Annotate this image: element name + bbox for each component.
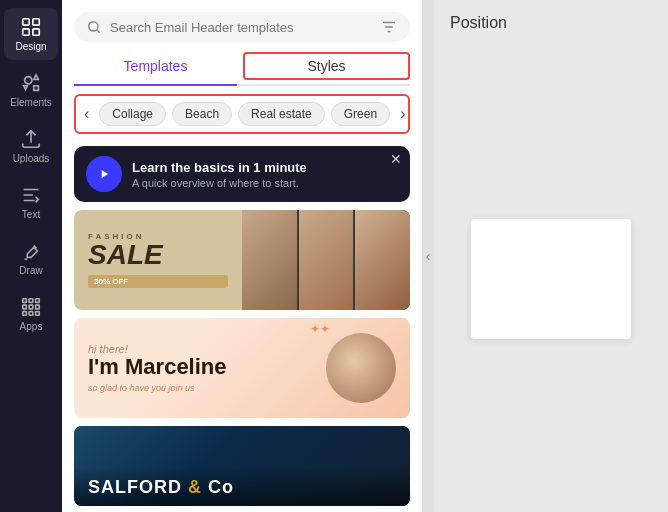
template-card-fashion-sale[interactable]: FASHION SALE 30% OFF: [74, 210, 410, 310]
sidebar-item-draw-label: Draw: [19, 265, 42, 276]
sidebar-item-apps-label: Apps: [20, 321, 43, 332]
panel: Templates Styles ‹ Collage Beach Real es…: [62, 0, 422, 512]
sidebar-item-elements[interactable]: Elements: [4, 64, 58, 116]
svg-rect-0: [23, 19, 29, 25]
svg-rect-12: [29, 312, 33, 316]
search-input[interactable]: [110, 20, 372, 35]
collapse-panel-handle[interactable]: [422, 0, 434, 512]
sparkles-icon: ✦✦: [310, 322, 330, 336]
uploads-icon: [20, 128, 42, 150]
elements-icon: [20, 72, 42, 94]
text-icon: [20, 184, 42, 206]
right-panel-content: [434, 46, 668, 512]
svg-rect-5: [23, 299, 27, 303]
promo-close-button[interactable]: ✕: [390, 152, 402, 166]
right-panel-title: Position: [434, 0, 668, 46]
chip-beach[interactable]: Beach: [172, 102, 232, 126]
template-card-salford[interactable]: SALFORD & Co: [74, 426, 410, 506]
templates-list: FASHION SALE 30% OFF hi there! I'm Marce…: [62, 210, 422, 512]
svg-rect-9: [29, 305, 33, 309]
fashion-photo-3: [355, 210, 410, 310]
fashion-photo-1: [242, 210, 297, 310]
tab-styles[interactable]: Styles: [243, 52, 410, 80]
draw-icon: [20, 240, 42, 262]
fashion-left-text: FASHION SALE 30% OFF: [74, 222, 242, 298]
chips-prev-button[interactable]: ‹: [80, 103, 93, 125]
fashion-main-text: SALE: [88, 241, 228, 269]
filter-icon[interactable]: [380, 18, 398, 36]
svg-rect-11: [23, 312, 27, 316]
sidebar-item-elements-label: Elements: [10, 97, 52, 108]
svg-rect-8: [23, 305, 27, 309]
chip-green[interactable]: Green: [331, 102, 390, 126]
search-bar: [74, 12, 410, 42]
fashion-photos: [242, 210, 410, 310]
sidebar-item-text-label: Text: [22, 209, 40, 220]
sidebar-item-uploads-label: Uploads: [13, 153, 50, 164]
svg-point-4: [25, 77, 32, 84]
sidebar-item-design-label: Design: [15, 41, 46, 52]
marceline-text: hi there! I'm Marceline so glad to have …: [88, 343, 326, 393]
salford-amp: &: [188, 477, 208, 497]
svg-rect-13: [36, 312, 40, 316]
svg-rect-6: [29, 299, 33, 303]
search-icon: [86, 19, 102, 35]
right-panel: Position: [434, 0, 668, 512]
svg-rect-3: [33, 29, 39, 35]
svg-rect-10: [36, 305, 40, 309]
promo-subtitle: A quick overview of where to start.: [132, 177, 398, 189]
sidebar-item-apps[interactable]: Apps: [4, 288, 58, 340]
template-card-marceline[interactable]: hi there! I'm Marceline so glad to have …: [74, 318, 410, 418]
marceline-avatar: [326, 333, 396, 403]
sidebar-item-design[interactable]: Design: [4, 8, 58, 60]
salford-text: SALFORD & Co: [88, 477, 234, 498]
svg-point-14: [89, 22, 98, 31]
design-icon: [20, 16, 42, 38]
promo-title: Learn the basics in 1 minute: [132, 160, 398, 175]
promo-banner: Learn the basics in 1 minute A quick ove…: [74, 146, 410, 202]
svg-marker-15: [102, 170, 108, 178]
svg-rect-7: [36, 299, 40, 303]
promo-text: Learn the basics in 1 minute A quick ove…: [132, 160, 398, 189]
sidebar-item-draw[interactable]: Draw: [4, 232, 58, 284]
svg-rect-2: [23, 29, 29, 35]
apps-icon: [20, 296, 42, 318]
fashion-badge: 30% OFF: [88, 275, 228, 288]
marceline-sub: so glad to have you join us: [88, 383, 326, 393]
tabs-container: Templates Styles: [74, 50, 410, 86]
chip-collage[interactable]: Collage: [99, 102, 166, 126]
chip-real-estate[interactable]: Real estate: [238, 102, 325, 126]
sidebar: Design Elements Uploads Text Draw: [0, 0, 62, 512]
chips-next-button[interactable]: ›: [396, 103, 409, 125]
svg-rect-1: [33, 19, 39, 25]
sidebar-item-uploads[interactable]: Uploads: [4, 120, 58, 172]
tab-templates[interactable]: Templates: [74, 50, 237, 86]
canvas-area: [471, 219, 631, 339]
sidebar-item-text[interactable]: Text: [4, 176, 58, 228]
fashion-photo-2: [299, 210, 354, 310]
chips-container: ‹ Collage Beach Real estate Green ›: [74, 94, 410, 134]
marceline-name: I'm Marceline: [88, 355, 326, 379]
promo-play-icon[interactable]: [86, 156, 122, 192]
